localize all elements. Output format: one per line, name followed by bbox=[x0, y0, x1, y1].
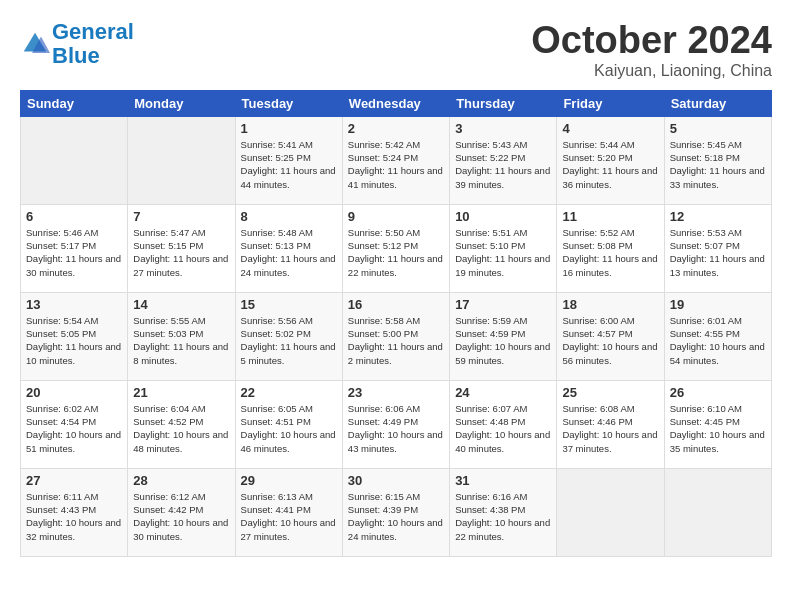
day-cell: 9Sunrise: 5:50 AM Sunset: 5:12 PM Daylig… bbox=[342, 204, 449, 292]
day-info: Sunrise: 5:51 AM Sunset: 5:10 PM Dayligh… bbox=[455, 226, 551, 279]
day-number: 6 bbox=[26, 209, 122, 224]
day-number: 30 bbox=[348, 473, 444, 488]
day-info: Sunrise: 5:45 AM Sunset: 5:18 PM Dayligh… bbox=[670, 138, 766, 191]
day-cell: 28Sunrise: 6:12 AM Sunset: 4:42 PM Dayli… bbox=[128, 468, 235, 556]
day-info: Sunrise: 6:06 AM Sunset: 4:49 PM Dayligh… bbox=[348, 402, 444, 455]
day-info: Sunrise: 5:42 AM Sunset: 5:24 PM Dayligh… bbox=[348, 138, 444, 191]
day-number: 2 bbox=[348, 121, 444, 136]
day-cell: 12Sunrise: 5:53 AM Sunset: 5:07 PM Dayli… bbox=[664, 204, 771, 292]
week-row-2: 6Sunrise: 5:46 AM Sunset: 5:17 PM Daylig… bbox=[21, 204, 772, 292]
day-info: Sunrise: 5:55 AM Sunset: 5:03 PM Dayligh… bbox=[133, 314, 229, 367]
day-cell: 24Sunrise: 6:07 AM Sunset: 4:48 PM Dayli… bbox=[450, 380, 557, 468]
day-cell: 4Sunrise: 5:44 AM Sunset: 5:20 PM Daylig… bbox=[557, 116, 664, 204]
day-number: 24 bbox=[455, 385, 551, 400]
day-cell: 14Sunrise: 5:55 AM Sunset: 5:03 PM Dayli… bbox=[128, 292, 235, 380]
day-number: 16 bbox=[348, 297, 444, 312]
day-number: 13 bbox=[26, 297, 122, 312]
day-cell: 5Sunrise: 5:45 AM Sunset: 5:18 PM Daylig… bbox=[664, 116, 771, 204]
day-info: Sunrise: 6:02 AM Sunset: 4:54 PM Dayligh… bbox=[26, 402, 122, 455]
day-cell: 3Sunrise: 5:43 AM Sunset: 5:22 PM Daylig… bbox=[450, 116, 557, 204]
day-number: 10 bbox=[455, 209, 551, 224]
day-number: 28 bbox=[133, 473, 229, 488]
page: General Blue October 2024 Kaiyuan, Liaon… bbox=[0, 0, 792, 567]
day-info: Sunrise: 5:52 AM Sunset: 5:08 PM Dayligh… bbox=[562, 226, 658, 279]
day-number: 7 bbox=[133, 209, 229, 224]
day-info: Sunrise: 5:58 AM Sunset: 5:00 PM Dayligh… bbox=[348, 314, 444, 367]
day-info: Sunrise: 6:15 AM Sunset: 4:39 PM Dayligh… bbox=[348, 490, 444, 543]
header-sunday: Sunday bbox=[21, 90, 128, 116]
day-cell: 29Sunrise: 6:13 AM Sunset: 4:41 PM Dayli… bbox=[235, 468, 342, 556]
day-number: 8 bbox=[241, 209, 337, 224]
day-info: Sunrise: 5:41 AM Sunset: 5:25 PM Dayligh… bbox=[241, 138, 337, 191]
day-number: 19 bbox=[670, 297, 766, 312]
day-cell: 1Sunrise: 5:41 AM Sunset: 5:25 PM Daylig… bbox=[235, 116, 342, 204]
day-info: Sunrise: 6:10 AM Sunset: 4:45 PM Dayligh… bbox=[670, 402, 766, 455]
day-info: Sunrise: 5:56 AM Sunset: 5:02 PM Dayligh… bbox=[241, 314, 337, 367]
day-cell: 31Sunrise: 6:16 AM Sunset: 4:38 PM Dayli… bbox=[450, 468, 557, 556]
header-thursday: Thursday bbox=[450, 90, 557, 116]
day-cell: 13Sunrise: 5:54 AM Sunset: 5:05 PM Dayli… bbox=[21, 292, 128, 380]
day-cell: 22Sunrise: 6:05 AM Sunset: 4:51 PM Dayli… bbox=[235, 380, 342, 468]
header-wednesday: Wednesday bbox=[342, 90, 449, 116]
day-info: Sunrise: 5:54 AM Sunset: 5:05 PM Dayligh… bbox=[26, 314, 122, 367]
day-number: 29 bbox=[241, 473, 337, 488]
logo: General Blue bbox=[20, 20, 134, 68]
week-row-5: 27Sunrise: 6:11 AM Sunset: 4:43 PM Dayli… bbox=[21, 468, 772, 556]
location-subtitle: Kaiyuan, Liaoning, China bbox=[531, 62, 772, 80]
day-number: 18 bbox=[562, 297, 658, 312]
day-number: 21 bbox=[133, 385, 229, 400]
day-number: 22 bbox=[241, 385, 337, 400]
day-info: Sunrise: 5:50 AM Sunset: 5:12 PM Dayligh… bbox=[348, 226, 444, 279]
day-cell: 27Sunrise: 6:11 AM Sunset: 4:43 PM Dayli… bbox=[21, 468, 128, 556]
week-row-3: 13Sunrise: 5:54 AM Sunset: 5:05 PM Dayli… bbox=[21, 292, 772, 380]
day-info: Sunrise: 6:16 AM Sunset: 4:38 PM Dayligh… bbox=[455, 490, 551, 543]
day-number: 27 bbox=[26, 473, 122, 488]
title-block: October 2024 Kaiyuan, Liaoning, China bbox=[531, 20, 772, 80]
day-cell: 17Sunrise: 5:59 AM Sunset: 4:59 PM Dayli… bbox=[450, 292, 557, 380]
day-info: Sunrise: 6:05 AM Sunset: 4:51 PM Dayligh… bbox=[241, 402, 337, 455]
day-cell: 16Sunrise: 5:58 AM Sunset: 5:00 PM Dayli… bbox=[342, 292, 449, 380]
day-info: Sunrise: 5:48 AM Sunset: 5:13 PM Dayligh… bbox=[241, 226, 337, 279]
day-info: Sunrise: 6:13 AM Sunset: 4:41 PM Dayligh… bbox=[241, 490, 337, 543]
day-cell: 8Sunrise: 5:48 AM Sunset: 5:13 PM Daylig… bbox=[235, 204, 342, 292]
day-number: 12 bbox=[670, 209, 766, 224]
month-title: October 2024 bbox=[531, 20, 772, 62]
day-number: 1 bbox=[241, 121, 337, 136]
day-cell: 10Sunrise: 5:51 AM Sunset: 5:10 PM Dayli… bbox=[450, 204, 557, 292]
day-cell: 21Sunrise: 6:04 AM Sunset: 4:52 PM Dayli… bbox=[128, 380, 235, 468]
day-info: Sunrise: 5:47 AM Sunset: 5:15 PM Dayligh… bbox=[133, 226, 229, 279]
day-number: 23 bbox=[348, 385, 444, 400]
header-friday: Friday bbox=[557, 90, 664, 116]
day-number: 26 bbox=[670, 385, 766, 400]
day-number: 25 bbox=[562, 385, 658, 400]
logo-text: General Blue bbox=[52, 20, 134, 68]
day-cell bbox=[21, 116, 128, 204]
day-number: 20 bbox=[26, 385, 122, 400]
day-number: 14 bbox=[133, 297, 229, 312]
day-cell: 20Sunrise: 6:02 AM Sunset: 4:54 PM Dayli… bbox=[21, 380, 128, 468]
day-info: Sunrise: 6:12 AM Sunset: 4:42 PM Dayligh… bbox=[133, 490, 229, 543]
day-number: 31 bbox=[455, 473, 551, 488]
day-info: Sunrise: 6:00 AM Sunset: 4:57 PM Dayligh… bbox=[562, 314, 658, 367]
day-number: 9 bbox=[348, 209, 444, 224]
header-row: SundayMondayTuesdayWednesdayThursdayFrid… bbox=[21, 90, 772, 116]
day-cell: 2Sunrise: 5:42 AM Sunset: 5:24 PM Daylig… bbox=[342, 116, 449, 204]
day-number: 3 bbox=[455, 121, 551, 136]
day-number: 5 bbox=[670, 121, 766, 136]
week-row-4: 20Sunrise: 6:02 AM Sunset: 4:54 PM Dayli… bbox=[21, 380, 772, 468]
calendar: SundayMondayTuesdayWednesdayThursdayFrid… bbox=[20, 90, 772, 557]
day-number: 15 bbox=[241, 297, 337, 312]
day-cell: 15Sunrise: 5:56 AM Sunset: 5:02 PM Dayli… bbox=[235, 292, 342, 380]
logo-line1: General bbox=[52, 19, 134, 44]
day-info: Sunrise: 5:53 AM Sunset: 5:07 PM Dayligh… bbox=[670, 226, 766, 279]
day-cell: 11Sunrise: 5:52 AM Sunset: 5:08 PM Dayli… bbox=[557, 204, 664, 292]
day-cell: 25Sunrise: 6:08 AM Sunset: 4:46 PM Dayli… bbox=[557, 380, 664, 468]
header: General Blue October 2024 Kaiyuan, Liaon… bbox=[20, 20, 772, 80]
header-saturday: Saturday bbox=[664, 90, 771, 116]
day-cell: 7Sunrise: 5:47 AM Sunset: 5:15 PM Daylig… bbox=[128, 204, 235, 292]
day-info: Sunrise: 6:07 AM Sunset: 4:48 PM Dayligh… bbox=[455, 402, 551, 455]
day-number: 17 bbox=[455, 297, 551, 312]
day-cell: 19Sunrise: 6:01 AM Sunset: 4:55 PM Dayli… bbox=[664, 292, 771, 380]
day-info: Sunrise: 6:08 AM Sunset: 4:46 PM Dayligh… bbox=[562, 402, 658, 455]
day-cell: 30Sunrise: 6:15 AM Sunset: 4:39 PM Dayli… bbox=[342, 468, 449, 556]
